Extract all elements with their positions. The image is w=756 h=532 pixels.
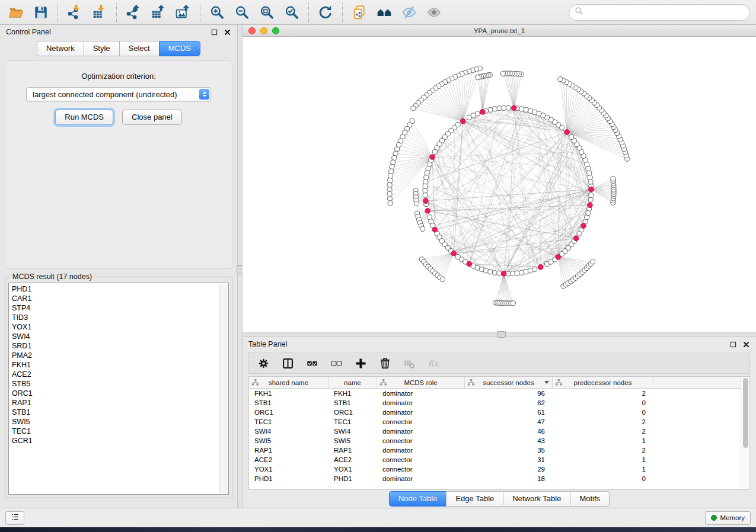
tab-network-table[interactable]: Network Table	[503, 491, 570, 507]
mcds-result-item[interactable]: ACE2	[12, 370, 228, 379]
mcds-result-item[interactable]: FKH1	[12, 360, 228, 370]
refresh-button[interactable]	[313, 2, 338, 23]
save-button[interactable]	[28, 2, 53, 23]
table-scrollbar-thumb[interactable]	[743, 378, 748, 448]
horizontal-splitter[interactable]	[243, 332, 756, 337]
cell-name: ACE2	[328, 456, 377, 463]
mcds-result-item[interactable]: YOX1	[12, 322, 228, 332]
export-image-button[interactable]	[171, 2, 196, 23]
zoom-selected-icon	[284, 5, 299, 20]
network-graph[interactable]	[243, 37, 756, 332]
mcds-result-item[interactable]: GCR1	[12, 436, 228, 446]
close-panel-icon[interactable]	[742, 341, 750, 348]
add-button[interactable]	[353, 356, 368, 370]
column-header-successor-nodes[interactable]: successor nodes	[465, 377, 553, 388]
table-row[interactable]: TEC1TEC1connector472	[249, 417, 749, 427]
window-minimize-icon[interactable]	[260, 27, 267, 34]
close-panel-button[interactable]: Close panel	[122, 110, 182, 125]
svg-text:f(x): f(x)	[428, 358, 439, 367]
cell-mcds-role: dominator	[377, 409, 465, 416]
optimization-criterion-select[interactable]: largest connected component (undirected)	[26, 87, 211, 101]
tab-motifs[interactable]: Motifs	[570, 491, 610, 507]
float-panel-icon[interactable]	[729, 341, 737, 348]
run-mcds-button[interactable]: Run MCDS	[55, 110, 113, 125]
table-scrollbar[interactable]	[741, 377, 749, 489]
mcds-result-item[interactable]: PHD1	[12, 284, 228, 294]
mcds-result-item[interactable]: SRD1	[12, 341, 228, 351]
table-panel: Table Panel f(x) shared namenameMCDS rol…	[243, 337, 756, 508]
refresh-icon	[318, 5, 333, 20]
vertical-splitter[interactable]	[237, 25, 243, 508]
memory-button[interactable]: Memory	[705, 511, 751, 525]
columns-button[interactable]	[280, 356, 295, 370]
column-header-mcds-role[interactable]: MCDS role	[377, 377, 465, 388]
window-close-icon[interactable]	[248, 27, 256, 34]
tab-style[interactable]: Style	[84, 41, 119, 56]
float-panel-icon[interactable]	[210, 28, 218, 36]
mcds-result-item[interactable]: STP4	[12, 303, 228, 313]
delete-button[interactable]	[378, 356, 392, 370]
zoom-out-button[interactable]	[229, 2, 254, 23]
tab-node-table[interactable]: Node Table	[389, 491, 446, 507]
deselect-all-button[interactable]	[329, 356, 343, 370]
mcds-result-list[interactable]: PHD1CAR1STP4TID3YOX1SWI4SRD1PMA2FKH1ACE2…	[8, 283, 229, 495]
column-header-name[interactable]: name	[328, 377, 377, 388]
table-row[interactable]: STB1STB1dominator620	[249, 398, 749, 408]
mcds-result-item[interactable]: RAP1	[12, 398, 228, 408]
tab-select[interactable]: Select	[119, 41, 159, 56]
search-input[interactable]	[587, 8, 747, 17]
cell-shared-name: ORC1	[249, 409, 328, 416]
gear-button[interactable]	[256, 356, 270, 370]
deselect-all-icon	[330, 357, 343, 370]
import-table-button[interactable]	[87, 2, 112, 23]
mcds-result-item[interactable]: PMA2	[12, 351, 228, 360]
open-folder-button[interactable]	[4, 2, 28, 23]
network-canvas[interactable]	[243, 37, 756, 332]
export-table-button[interactable]	[146, 2, 171, 23]
cell-predecessor-nodes: 2	[553, 447, 653, 454]
search-box[interactable]	[569, 4, 750, 21]
zoom-fit-button[interactable]	[254, 2, 279, 23]
mcds-result-item[interactable]: CAR1	[12, 294, 228, 303]
select-all-button[interactable]	[305, 356, 319, 370]
mcds-result-item[interactable]: TID3	[12, 313, 228, 322]
splitter-grip[interactable]	[497, 331, 506, 338]
table-row[interactable]: YOX1YOX1connector291	[249, 464, 749, 474]
table-row[interactable]: PHD1PHD1dominator180	[249, 474, 749, 483]
mcds-result-item[interactable]: STB1	[12, 408, 228, 417]
cell-successor-nodes: 62	[465, 399, 553, 406]
zoom-in-button[interactable]	[205, 2, 229, 23]
table-row[interactable]: SWI4SWI4dominator462	[249, 427, 749, 436]
table-row[interactable]: SWI5SWI5connector431	[249, 436, 749, 446]
task-history-button[interactable]	[5, 511, 24, 525]
cell-name: PHD1	[328, 475, 377, 482]
window-zoom-icon[interactable]	[272, 27, 279, 34]
network-from-selection-button[interactable]	[347, 2, 372, 23]
zoom-selected-button[interactable]	[279, 2, 304, 23]
mcds-result-item[interactable]: SWI4	[12, 332, 228, 341]
table-row[interactable]: ORC1ORC1dominator610	[249, 408, 749, 417]
hide-selected-button[interactable]	[397, 2, 422, 23]
import-network-button[interactable]	[62, 2, 87, 23]
mcds-result-item[interactable]: STB5	[12, 379, 228, 389]
cell-successor-nodes: 43	[465, 437, 553, 444]
table-row[interactable]: RAP1RAP1dominator352	[249, 446, 749, 455]
network-window-titlebar[interactable]: YPA_prune.txt_1	[243, 25, 756, 37]
column-header-shared-name[interactable]: shared name	[249, 377, 328, 388]
show-all-button[interactable]	[422, 2, 446, 23]
toolbar-separator	[342, 3, 343, 22]
mcds-result-item[interactable]: TEC1	[12, 427, 228, 436]
close-panel-icon[interactable]	[224, 28, 231, 36]
table-row[interactable]: ACE2ACE2connector311	[249, 455, 749, 464]
first-neighbors-button[interactable]	[372, 2, 397, 23]
export-network-button[interactable]	[121, 2, 146, 23]
mcds-result-item[interactable]: SWI5	[12, 417, 228, 427]
tab-mcds[interactable]: MCDS	[159, 41, 200, 56]
save-icon	[33, 5, 49, 20]
column-header-predecessor-nodes[interactable]: predecessor nodes	[553, 377, 653, 388]
mcds-result-item[interactable]: ORC1	[12, 389, 228, 398]
tab-edge-table[interactable]: Edge Table	[446, 491, 503, 507]
result-list-scrollbar[interactable]	[219, 284, 228, 493]
table-row[interactable]: FKH1FKH1dominator962	[249, 389, 749, 398]
tab-network[interactable]: Network	[37, 41, 84, 56]
